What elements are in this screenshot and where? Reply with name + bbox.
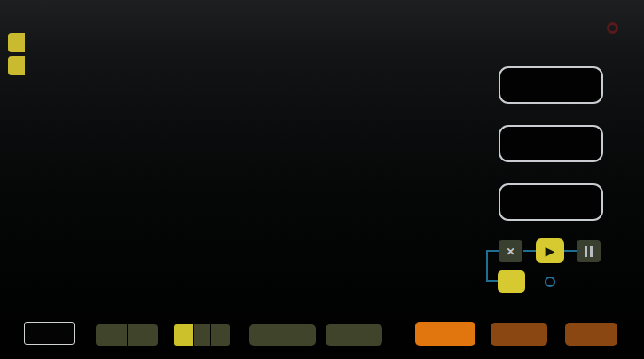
pause-icon [585, 246, 588, 257]
reset-button[interactable]: ✕ [499, 240, 522, 262]
x-icon: ✕ [506, 246, 514, 258]
pause-icon [590, 246, 593, 257]
timecode-button[interactable] [174, 324, 193, 346]
pause-button[interactable] [577, 240, 601, 262]
clear-button[interactable] [128, 324, 158, 346]
options-button[interactable] [565, 323, 617, 346]
transport-connector [486, 250, 488, 282]
tab-histogram[interactable] [8, 33, 25, 52]
play-button[interactable]: ▶ [536, 238, 564, 263]
auto-button[interactable] [498, 270, 525, 293]
true-peak-mode-button[interactable] [491, 323, 547, 346]
loudness-graphs [0, 0, 644, 359]
transport-connector [523, 250, 537, 252]
variance-button[interactable] [249, 324, 316, 346]
mark-button[interactable] [96, 324, 127, 346]
transport-connector [486, 280, 499, 282]
loudness-mode-button[interactable] [415, 322, 475, 346]
transport-connector [486, 250, 499, 252]
start-button[interactable] [194, 324, 210, 346]
end-button[interactable] [211, 324, 230, 346]
transport-connector [563, 250, 577, 252]
short-term-readout [499, 66, 603, 104]
play-icon: ▶ [546, 244, 555, 258]
tab-distribution[interactable] [8, 56, 25, 75]
gate-indicator-ring[interactable] [545, 277, 555, 287]
peak-indicator-ring[interactable] [607, 22, 618, 34]
export-button[interactable] [326, 324, 382, 346]
integrated-readout [499, 125, 603, 162]
loudness-range-readout [499, 183, 603, 221]
window-length-select[interactable] [24, 322, 75, 345]
